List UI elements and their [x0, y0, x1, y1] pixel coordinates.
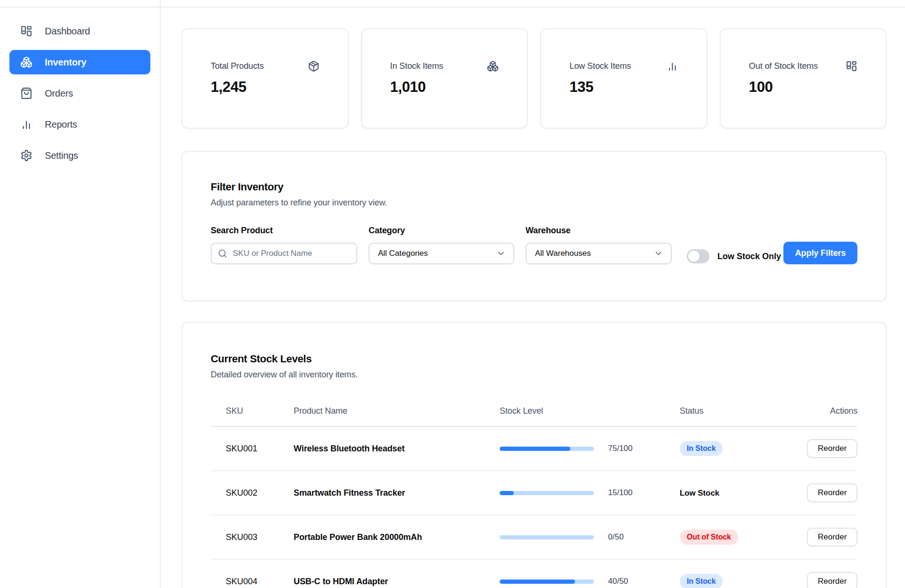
sidebar-item-settings[interactable]: Settings [9, 143, 150, 168]
category-select[interactable]: All Categories [369, 243, 514, 264]
status-cell: In Stock [680, 441, 807, 456]
category-select-value: All Categories [378, 249, 428, 258]
stock-fraction: 15/100 [608, 488, 633, 498]
table-body: SKU001 Wireless Bluetooth Headset 75/100… [211, 427, 857, 588]
shopping-bag-icon [20, 87, 33, 99]
warehouse-select-value: All Warehouses [535, 249, 591, 258]
layout-dashboard-icon [20, 25, 33, 37]
table-header: SKU Product Name Stock Level Status Acti… [211, 396, 857, 427]
filter-controls: Search Product Category All Categories [211, 226, 857, 264]
status-badge: In Stock [680, 574, 723, 588]
actions-cell: Reorder [807, 528, 857, 547]
stat-card-out-of-stock-items: Out of Stock Items 100 [720, 28, 887, 129]
package-icon [308, 60, 320, 72]
chevron-down-icon [654, 249, 663, 258]
stock-level-cell: 40/50 [500, 577, 680, 586]
search-label: Search Product [211, 226, 357, 236]
low-stock-toggle-group: Low Stock Only [687, 249, 781, 263]
status-cell: In Stock [680, 574, 807, 588]
actions-cell: Reorder [807, 572, 857, 588]
stat-label: Out of Stock Items [749, 61, 818, 71]
status-badge: In Stock [680, 441, 723, 456]
chevron-down-icon [496, 249, 506, 258]
low-stock-toggle[interactable] [687, 249, 709, 263]
warehouse-select[interactable]: All Warehouses [526, 243, 672, 264]
stock-table-subtitle: Detailed overview of all inventory items… [211, 370, 857, 380]
layout-dashboard-icon [846, 60, 857, 72]
table-row-sku002: SKU002 Smartwatch Fitness Tracker 15/100… [211, 471, 857, 515]
sku-cell: SKU002 [211, 488, 294, 498]
actions-cell: Reorder [807, 483, 857, 502]
reorder-button[interactable]: Reorder [807, 439, 857, 458]
stock-progress-bar [500, 580, 594, 584]
column-header-stock: Stock Level [500, 406, 680, 416]
filter-title: Filter Inventory [211, 181, 857, 193]
product-name-cell: Smartwatch Fitness Tracker [294, 488, 500, 498]
sidebar-nav: Dashboard Inventory Orders Reports Setti… [0, 19, 160, 168]
stat-label: Total Products [211, 61, 264, 71]
stat-value: 100 [749, 79, 858, 96]
category-field-group: Category All Categories [369, 226, 514, 264]
app-window: Dashboard Inventory Orders Reports Setti… [0, 0, 905, 588]
boxes-icon [20, 56, 33, 68]
stock-level-cell: 15/100 [500, 488, 680, 498]
column-header-actions: Actions [830, 406, 857, 416]
product-name-cell: Portable Power Bank 20000mAh [294, 532, 500, 542]
sku-cell: SKU001 [211, 444, 294, 454]
stock-progress-bar [500, 535, 594, 539]
status-badge: Low Stock [680, 489, 719, 498]
filter-panel: Filter Inventory Adjust parameters to re… [181, 151, 887, 302]
stock-level-cell: 0/50 [500, 532, 680, 542]
stat-value: 1,010 [390, 79, 499, 96]
stock-progress-bar [500, 491, 594, 495]
stock-fraction: 75/100 [608, 444, 633, 453]
settings-icon [20, 149, 33, 162]
stats-row: Total Products 1,245 In Stock Items 1,01… [181, 28, 887, 129]
actions-cell: Reorder [807, 439, 857, 458]
category-label: Category [369, 226, 514, 236]
stock-fraction: 0/50 [608, 532, 624, 542]
product-name-cell: USB-C to HDMI Adapter [294, 577, 500, 587]
reorder-button[interactable]: Reorder [807, 483, 857, 502]
status-cell: Out of Stock [680, 530, 807, 545]
search-input[interactable] [211, 243, 357, 264]
column-header-sku: SKU [211, 406, 294, 416]
column-header-status: Status [680, 406, 807, 416]
stat-card-in-stock-items: In Stock Items 1,010 [361, 28, 528, 129]
chart-column-icon [666, 60, 678, 72]
product-name-cell: Wireless Bluetooth Headset [294, 444, 500, 454]
stock-progress-bar [500, 447, 594, 451]
apply-filters-button[interactable]: Apply Filters [783, 242, 858, 264]
column-header-product: Product Name [294, 406, 500, 416]
sku-cell: SKU004 [211, 577, 294, 587]
main-content: Total Products 1,245 In Stock Items 1,01… [161, 0, 905, 588]
stock-table-title: Current Stock Levels [211, 353, 857, 365]
stat-label: In Stock Items [390, 61, 444, 71]
table-row-sku001: SKU001 Wireless Bluetooth Headset 75/100… [211, 427, 857, 471]
stock-fraction: 40/50 [608, 577, 628, 586]
stock-level-cell: 75/100 [500, 444, 680, 453]
warehouse-label: Warehouse [526, 226, 672, 236]
sidebar-item-inventory[interactable]: Inventory [9, 50, 150, 74]
status-cell: Low Stock [680, 488, 807, 498]
reorder-button[interactable]: Reorder [807, 572, 857, 588]
status-badge: Out of Stock [680, 530, 738, 545]
stock-table-panel: Current Stock Levels Detailed overview o… [181, 322, 887, 588]
sidebar: Dashboard Inventory Orders Reports Setti… [0, 0, 161, 588]
search-icon [218, 249, 227, 258]
sidebar-item-dashboard[interactable]: Dashboard [9, 19, 150, 43]
chart-column-icon [20, 118, 33, 131]
stat-label: Low Stock Items [569, 61, 631, 71]
sidebar-item-reports[interactable]: Reports [9, 112, 150, 137]
stat-card-low-stock-items: Low Stock Items 135 [540, 28, 708, 129]
table-row-sku003: SKU003 Portable Power Bank 20000mAh 0/50… [211, 515, 857, 560]
sku-cell: SKU003 [211, 532, 294, 542]
boxes-icon [487, 60, 499, 72]
stat-card-total-products: Total Products 1,245 [181, 28, 349, 129]
sidebar-item-orders[interactable]: Orders [9, 81, 150, 106]
stat-value: 1,245 [211, 79, 320, 96]
filter-subtitle: Adjust parameters to refine your invento… [211, 198, 857, 208]
toggle-knob [688, 251, 699, 262]
stat-value: 135 [569, 79, 678, 96]
reorder-button[interactable]: Reorder [807, 528, 857, 547]
